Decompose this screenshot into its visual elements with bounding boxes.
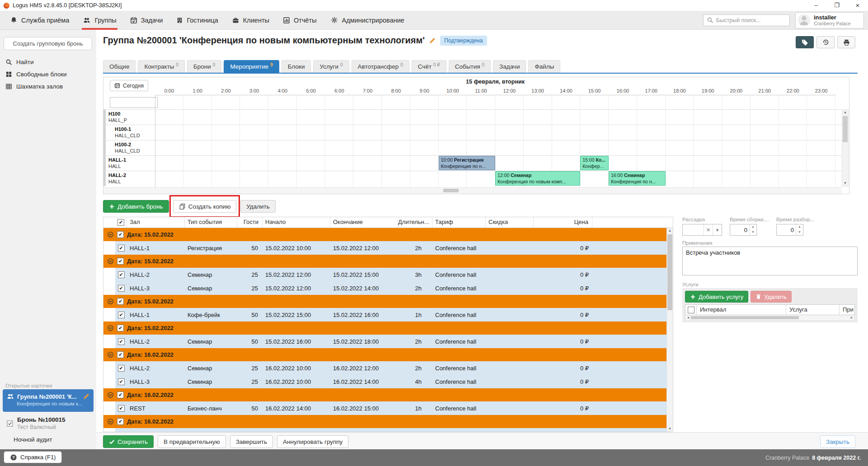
table-row[interactable]: HALL-1Кофе-брейк5015.02.2022 15:0015.02.… [103, 308, 666, 322]
group-checkbox[interactable] [117, 231, 124, 238]
add-booking-button[interactable]: Добавить бронь [103, 200, 169, 213]
spin-down-icon[interactable]: ▼ [796, 230, 803, 235]
table-group-row[interactable]: Дата: 15.02.2022 [103, 322, 666, 335]
hall-filter-input[interactable] [110, 97, 158, 108]
tags-button[interactable] [796, 36, 814, 48]
row-checkbox[interactable] [118, 312, 125, 318]
sidebar-item-free-blocks[interactable]: Свободные блоки [0, 68, 96, 80]
collapse-group-icon[interactable] [107, 351, 114, 358]
timeline-vertical-scrollbar[interactable]: ▲ ▼ [842, 109, 849, 186]
row-checkbox[interactable] [118, 285, 125, 292]
table-row[interactable]: HALL-2Семинар2515.02.2022 12:0015.02.202… [103, 268, 666, 281]
table-vertical-scrollbar[interactable]: ▲ ▼ [666, 228, 673, 432]
table-row[interactable]: HALL-2Семинар2516.02.2022 10:0016.02.202… [103, 361, 666, 375]
menu-item-tasks[interactable]: Задачи [130, 17, 163, 24]
sidebar-card-booking[interactable]: Бронь №100015 Тест Валютный [6, 416, 66, 430]
clear-icon[interactable]: ✕ [704, 224, 713, 235]
service-column-header[interactable]: Услуга [786, 305, 840, 315]
maximize-button[interactable]: ❐ [826, 0, 847, 11]
history-button[interactable] [816, 36, 835, 48]
tab-files[interactable]: Файлы [528, 60, 560, 73]
menu-item-administration[interactable]: Администрирование [330, 16, 404, 24]
sidebar-item-hall-chess[interactable]: Шахматка залов [0, 80, 96, 93]
scroll-up-icon[interactable]: ▲ [667, 228, 673, 233]
collapse-group-icon[interactable] [107, 325, 114, 331]
scroll-down-icon[interactable]: ▼ [667, 426, 673, 432]
column-header[interactable]: Зал [127, 217, 185, 228]
menu-item-groups[interactable]: Группы [83, 17, 116, 24]
scroll-up-icon[interactable]: ▲ [842, 110, 848, 115]
table-row[interactable]: HALL-3Семинар5016.02.2022 15:0016.02.202… [103, 428, 666, 432]
menu-item-reception[interactable]: Служба приёма [10, 16, 69, 24]
menu-item-clients[interactable]: Клиенты [232, 17, 269, 24]
row-checkbox[interactable] [118, 338, 125, 345]
sidebar-card-group[interactable]: Группа №200001 'К... Конференция по новы… [3, 389, 94, 412]
create-copy-button[interactable]: Создать копию [173, 200, 237, 213]
row-checkbox[interactable] [118, 432, 125, 432]
tab-tasks[interactable]: Задачи [493, 60, 526, 73]
tab-invoice[interactable]: Счёт0 ₽ [412, 60, 446, 73]
collapse-group-icon[interactable] [107, 391, 114, 398]
service-column-header[interactable]: Интервал [697, 305, 786, 315]
edit-pencil-icon[interactable] [429, 37, 436, 44]
column-header[interactable]: Цена [534, 217, 592, 228]
disassembly-time-stepper[interactable]: 0 ▲▼ [776, 224, 803, 236]
close-card-button[interactable]: Закрыть [820, 435, 855, 448]
add-service-button[interactable]: Добавить услугу [685, 291, 748, 303]
timeline-event[interactable]: 12:00 СеминарКонференция по новым комп..… [495, 171, 580, 186]
finish-button[interactable]: Завершить [230, 435, 273, 448]
help-button[interactable]: ? Справка (F1) [4, 451, 62, 463]
collapse-group-icon[interactable] [107, 258, 114, 265]
seating-combobox[interactable]: ✕ ▾ [682, 224, 722, 236]
spin-up-icon[interactable]: ▲ [796, 224, 803, 230]
table-group-row[interactable]: Дата: 15.02.2022 [103, 228, 666, 241]
row-checkbox[interactable] [118, 271, 125, 278]
row-checkbox[interactable] [118, 365, 125, 372]
spin-down-icon[interactable]: ▼ [750, 230, 756, 235]
tab-happenings[interactable]: События0 [449, 60, 491, 73]
minimize-button[interactable]: – [806, 0, 826, 11]
tab-blocks[interactable]: Блоки [282, 60, 311, 73]
delete-button[interactable]: Удалить [240, 200, 276, 213]
table-row[interactable]: HALL-1Регистрация5015.02.2022 10:0015.02… [103, 241, 666, 255]
services-horizontal-scrollbar[interactable]: ◄ ► [685, 315, 855, 321]
today-button[interactable]: Сегодня [110, 80, 148, 91]
table-row[interactable]: HALL-3Семинар2516.02.2022 10:0016.02.202… [103, 375, 666, 388]
row-checkbox[interactable] [118, 405, 125, 412]
timeline-event[interactable]: 10:00 РегистрацияКонференция по н... [439, 156, 496, 170]
table-row[interactable]: HALL-3Семинар2515.02.2022 12:0015.02.202… [103, 281, 666, 295]
row-checkbox[interactable] [118, 245, 125, 252]
select-all-checkbox[interactable] [117, 219, 124, 226]
column-header[interactable]: Гости [237, 217, 263, 228]
tab-autotransfer[interactable]: Автотрансфер0 [352, 60, 409, 73]
scroll-down-icon[interactable]: ▼ [842, 181, 848, 186]
select-all-services-checkbox[interactable] [688, 307, 694, 313]
spin-up-icon[interactable]: ▲ [750, 224, 756, 230]
tab-services[interactable]: Услуги0 [313, 60, 349, 73]
create-group-booking-button[interactable]: Создать групповую бронь [4, 37, 92, 50]
timeline-horizontal-scrollbar[interactable] [103, 187, 842, 194]
assembly-time-stepper[interactable]: 0 ▲▼ [730, 224, 757, 236]
column-header[interactable]: Начало [263, 217, 330, 228]
group-checkbox[interactable] [117, 258, 124, 265]
row-checkbox[interactable] [118, 378, 125, 385]
column-header[interactable]: Тариф [432, 217, 486, 228]
annul-group-button[interactable]: Аннулировать группу [277, 435, 348, 448]
table-row[interactable]: HALL-2Семинар5015.02.2022 16:0015.02.202… [103, 335, 666, 348]
menu-item-hotel[interactable]: Гостиница [176, 17, 218, 24]
group-checkbox[interactable] [117, 351, 124, 358]
column-header[interactable]: Длительн... [398, 217, 432, 228]
close-button[interactable]: × [847, 0, 868, 11]
scroll-right-icon[interactable]: ► [850, 315, 854, 321]
notes-textarea[interactable]: Встреча участников [682, 247, 858, 275]
service-column-header[interactable]: При [840, 305, 855, 315]
tab-general[interactable]: Общие [103, 60, 136, 73]
user-panel[interactable]: installer Cranberry Palace [795, 12, 864, 28]
chevron-down-icon[interactable]: ▾ [713, 224, 722, 235]
table-row[interactable]: RESTБизнес-ланч5016.02.2022 14:0016.02.2… [103, 401, 666, 415]
timeline-event[interactable]: 15:00 Ко...Конфер... [580, 156, 609, 170]
menu-item-reports[interactable]: Отчёты [283, 17, 317, 24]
column-header[interactable]: Тип события [185, 217, 237, 228]
table-group-row[interactable]: Дата: 15.02.2022 [103, 295, 666, 308]
delete-service-button[interactable]: Удалить [751, 291, 792, 303]
